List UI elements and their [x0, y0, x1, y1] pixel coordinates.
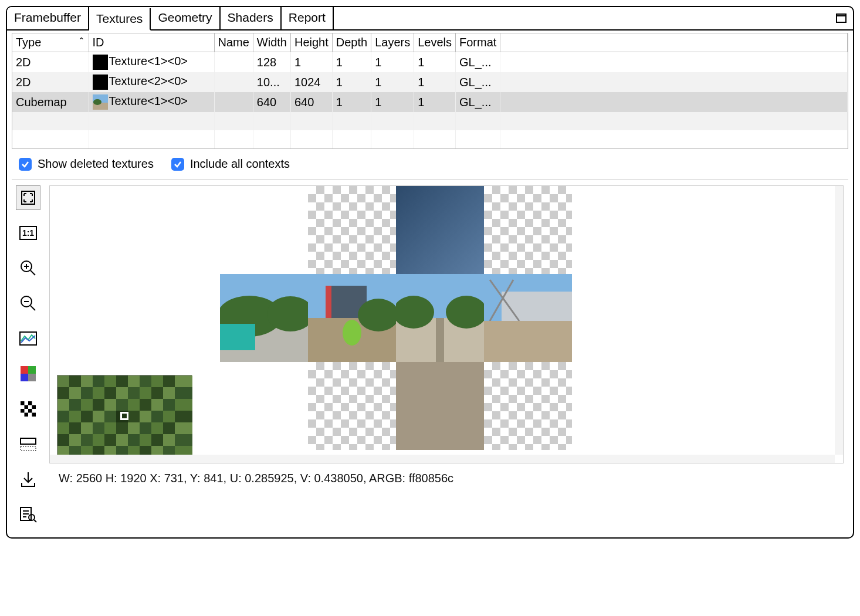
- svg-rect-91: [140, 399, 151, 411]
- svg-rect-104: [163, 411, 175, 422]
- cell-height: 1024: [290, 72, 332, 92]
- svg-rect-25: [21, 409, 25, 413]
- cell-width: 640: [253, 92, 290, 112]
- th-levels[interactable]: Levels: [414, 33, 456, 52]
- zoom-out-icon[interactable]: [16, 291, 40, 316]
- texture-canvas[interactable]: [49, 185, 844, 463]
- cell-name: [214, 52, 253, 73]
- include-all-checkbox[interactable]: Include all contexts: [171, 157, 290, 171]
- svg-rect-125: [151, 434, 163, 446]
- svg-rect-83: [175, 387, 192, 399]
- show-deleted-label: Show deleted textures: [38, 157, 154, 171]
- actual-size-icon[interactable]: 1:1: [16, 221, 40, 245]
- svg-rect-76: [93, 387, 104, 399]
- svg-rect-115: [163, 422, 175, 434]
- svg-rect-60: [396, 362, 484, 450]
- texture-thumb: [93, 75, 108, 90]
- svg-rect-98: [93, 411, 104, 422]
- fit-to-view-icon[interactable]: [16, 185, 40, 210]
- scrollbar-vertical[interactable]: [835, 186, 843, 455]
- svg-rect-42: [220, 324, 255, 350]
- svg-rect-73: [57, 387, 69, 399]
- save-icon[interactable]: [16, 467, 40, 492]
- svg-rect-108: [81, 422, 93, 434]
- cell-height: 1: [290, 52, 332, 73]
- th-layers[interactable]: Layers: [371, 33, 414, 52]
- svg-rect-82: [163, 387, 175, 399]
- table-row[interactable]: 2DTexture<2><0>10...1024111GL_...: [12, 72, 848, 92]
- show-deleted-checkbox[interactable]: Show deleted textures: [19, 157, 154, 171]
- cell-levels: 1: [414, 92, 456, 112]
- svg-rect-64: [81, 375, 93, 387]
- svg-rect-80: [140, 387, 151, 399]
- table-row: [12, 130, 848, 148]
- svg-rect-117: [57, 434, 69, 446]
- cell-width: 10...: [253, 72, 290, 92]
- svg-rect-84: [57, 399, 69, 411]
- svg-rect-96: [69, 411, 81, 422]
- svg-line-9: [31, 270, 35, 275]
- tab-textures[interactable]: Textures: [89, 8, 151, 31]
- svg-rect-72: [175, 375, 192, 387]
- svg-rect-63: [69, 375, 81, 387]
- svg-rect-66: [104, 375, 116, 387]
- sort-asc-icon: ⌃: [78, 36, 85, 45]
- th-id[interactable]: ID: [89, 33, 214, 52]
- svg-rect-87: [93, 399, 104, 411]
- svg-line-36: [34, 520, 36, 522]
- svg-rect-86: [81, 399, 93, 411]
- svg-point-48: [343, 320, 361, 346]
- svg-rect-70: [151, 375, 163, 387]
- svg-rect-97: [81, 411, 93, 422]
- svg-rect-121: [104, 434, 116, 446]
- svg-rect-65: [93, 375, 104, 387]
- minimap[interactable]: [57, 375, 192, 457]
- cell-levels: 1: [414, 72, 456, 92]
- include-all-label: Include all contexts: [190, 157, 290, 171]
- flip-icon[interactable]: [16, 432, 40, 456]
- table-row[interactable]: 2DTexture<1><0>1281111GL_...: [12, 52, 848, 73]
- zoom-in-icon[interactable]: [16, 256, 40, 280]
- table-row[interactable]: CubemapTexture<1><0>640640111GL_...: [12, 92, 848, 112]
- th-depth[interactable]: Depth: [332, 33, 371, 52]
- histogram-icon[interactable]: [16, 326, 40, 351]
- svg-rect-111: [116, 422, 128, 434]
- texture-thumb: [93, 55, 108, 70]
- svg-rect-124: [140, 434, 151, 446]
- svg-rect-78: [116, 387, 128, 399]
- cell-format: GL_...: [456, 52, 500, 73]
- svg-rect-30: [21, 446, 36, 451]
- th-type[interactable]: Type⌃: [12, 33, 89, 52]
- cell-height: 640: [290, 92, 332, 112]
- svg-rect-71: [163, 375, 175, 387]
- svg-rect-101: [128, 411, 140, 422]
- svg-rect-118: [69, 434, 81, 446]
- svg-rect-92: [151, 399, 163, 411]
- svg-rect-45: [326, 286, 331, 321]
- th-format[interactable]: Format: [456, 33, 500, 52]
- svg-rect-75: [81, 387, 93, 399]
- tab-framebuffer[interactable]: Framebuffer: [7, 7, 89, 29]
- tab-report[interactable]: Report: [282, 7, 334, 29]
- svg-rect-103: [151, 411, 163, 422]
- maximize-icon[interactable]: [829, 7, 853, 29]
- svg-rect-74: [69, 387, 81, 399]
- th-height[interactable]: Height: [290, 33, 332, 52]
- svg-rect-109: [93, 422, 104, 434]
- svg-rect-53: [436, 318, 444, 362]
- svg-rect-77: [104, 387, 116, 399]
- svg-text:1:1: 1:1: [22, 228, 34, 238]
- color-channels-icon[interactable]: [16, 361, 40, 386]
- tab-geometry[interactable]: Geometry: [151, 7, 220, 29]
- alpha-bg-icon[interactable]: [16, 397, 40, 421]
- scrollbar-horizontal[interactable]: [50, 455, 835, 463]
- tab-shaders[interactable]: Shaders: [221, 7, 282, 29]
- status-bar: W: 2560 H: 1920 X: 731, Y: 841, U: 0.285…: [49, 463, 844, 488]
- th-name[interactable]: Name: [214, 33, 253, 52]
- cell-id: Texture<1><0>: [89, 92, 214, 112]
- th-width[interactable]: Width: [253, 33, 290, 52]
- svg-rect-99: [104, 411, 116, 422]
- inspect-icon[interactable]: [16, 502, 40, 527]
- svg-rect-93: [163, 399, 175, 411]
- svg-rect-67: [116, 375, 128, 387]
